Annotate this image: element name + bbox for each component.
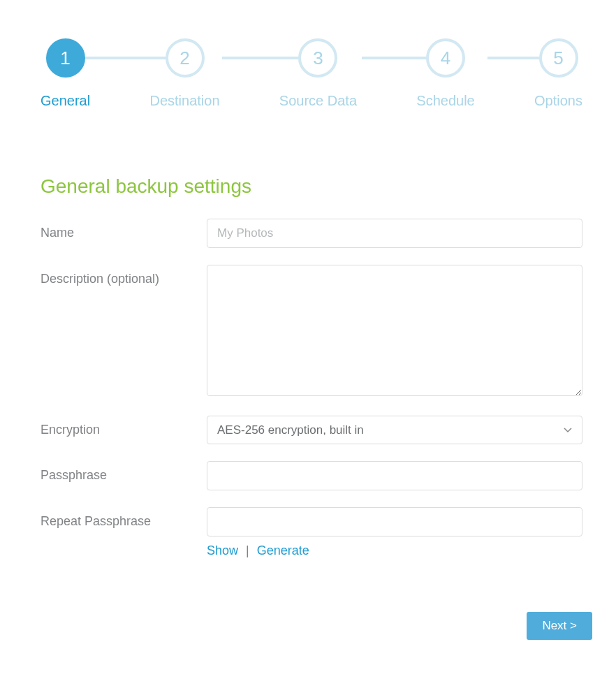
encryption-label: Encryption <box>41 416 207 437</box>
step-schedule[interactable]: 4 Schedule <box>416 38 474 109</box>
show-link[interactable]: Show <box>207 543 238 557</box>
wizard-stepper: 1 General 2 Destination 3 Source Data 4 … <box>41 38 582 109</box>
passphrase-input[interactable] <box>207 461 582 490</box>
name-input[interactable] <box>207 219 582 248</box>
repeat-passphrase-input[interactable] <box>207 507 582 536</box>
step-label: Destination <box>149 93 219 109</box>
step-number-icon: 3 <box>298 38 337 78</box>
description-label: Description (optional) <box>41 265 207 286</box>
step-label: General <box>41 93 90 109</box>
encryption-select[interactable]: AES-256 encryption, built in <box>207 416 582 444</box>
generate-link[interactable]: Generate <box>257 543 309 557</box>
step-source-data[interactable]: 3 Source Data <box>279 38 357 109</box>
step-number-icon: 1 <box>46 38 85 78</box>
step-label: Schedule <box>416 93 474 109</box>
step-number-icon: 4 <box>426 38 465 78</box>
step-label: Source Data <box>279 93 357 109</box>
name-label: Name <box>41 219 207 240</box>
link-separator: | <box>246 543 249 557</box>
page-title: General backup settings <box>41 175 582 198</box>
passphrase-label: Passphrase <box>41 461 207 483</box>
next-button[interactable]: Next > <box>527 612 592 640</box>
step-number-icon: 2 <box>166 38 205 78</box>
step-destination[interactable]: 2 Destination <box>149 38 219 109</box>
description-textarea[interactable] <box>207 265 582 396</box>
step-number-icon: 5 <box>539 38 578 78</box>
step-general[interactable]: 1 General <box>41 38 90 109</box>
step-options[interactable]: 5 Options <box>534 38 582 109</box>
step-label: Options <box>534 93 582 109</box>
repeat-passphrase-label: Repeat Passphrase <box>41 507 207 529</box>
